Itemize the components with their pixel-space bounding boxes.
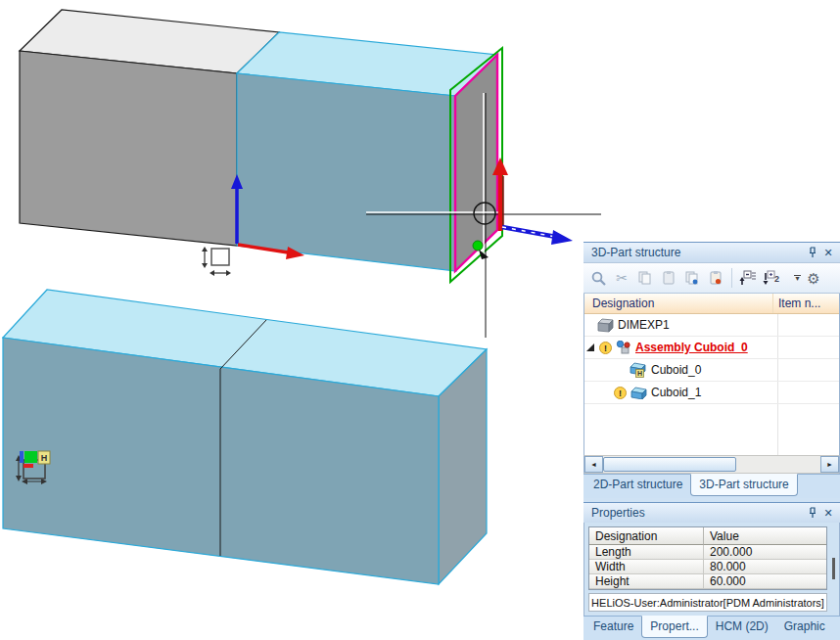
- copy-icon[interactable]: [634, 266, 656, 290]
- properties-scrollbar-thumb[interactable]: [832, 558, 835, 579]
- helios-user-status: HELiOS-User:Administrator[PDM Administra…: [588, 593, 827, 612]
- svg-text:!: !: [604, 343, 607, 353]
- tree-header[interactable]: Designation Item n...: [584, 294, 839, 314]
- property-row-width[interactable]: Width 80.000: [589, 560, 826, 574]
- property-value[interactable]: 60.000: [704, 574, 826, 589]
- close-icon[interactable]: ✕: [820, 506, 836, 520]
- cuboid-icon: [630, 387, 647, 399]
- tab-feature[interactable]: Feature: [585, 617, 641, 637]
- item-number-cell: [777, 382, 839, 403]
- expanded-triangle-icon[interactable]: [586, 343, 595, 352]
- tree-row-cuboid-1[interactable]: ! Cuboid_1: [584, 382, 839, 404]
- toolbar-separator: [731, 268, 732, 288]
- property-name: Height: [589, 574, 704, 589]
- property-value[interactable]: 80.000: [704, 560, 826, 574]
- right-dock: 3D-Part structure ✕ ✂: [583, 242, 840, 640]
- part-structure-panel: 3D-Part structure ✕ ✂: [583, 242, 840, 498]
- value-column-header[interactable]: Value: [704, 527, 826, 545]
- tree-item-label: Cuboid_1: [651, 386, 701, 399]
- part-structure-toolbar: ✂ 2 ▾: [583, 262, 840, 294]
- part-icon: [597, 318, 614, 333]
- item-number-column-header[interactable]: Item n...: [772, 294, 839, 313]
- expand-level-icon[interactable]: 2: [761, 266, 782, 290]
- collapse-structure-icon[interactable]: [737, 266, 759, 290]
- bottom-assembly[interactable]: H: [3, 290, 487, 584]
- assembly-icon: [616, 341, 631, 354]
- tab-properties[interactable]: Propert...: [641, 616, 707, 638]
- tab-2d-part-structure[interactable]: 2D-Part structure: [585, 475, 690, 495]
- origin-point: [473, 241, 483, 251]
- panel-title: 3D-Part structure: [591, 246, 680, 259]
- left-cuboid-front-face[interactable]: [20, 51, 237, 246]
- tab-3d-part-structure[interactable]: 3D-Part structure: [690, 474, 797, 496]
- properties-header[interactable]: Designation Value: [589, 527, 826, 545]
- tab-graphic[interactable]: Graphic: [776, 617, 833, 637]
- item-number-cell: [777, 359, 839, 381]
- property-name: Length: [589, 545, 704, 560]
- cuboid-h-icon: H: [630, 362, 647, 378]
- hicad-window: H: [0, 0, 840, 640]
- tree-item-label: DIMEXP1: [618, 318, 670, 332]
- toolbar-overflow-icon[interactable]: ▾: [794, 275, 801, 282]
- part-structure-titlebar: 3D-Part structure ✕: [583, 242, 840, 262]
- right-cuboid-front-face[interactable]: [237, 73, 456, 271]
- tree-empty-area: [584, 404, 839, 455]
- paste-icon[interactable]: [658, 266, 679, 290]
- properties-titlebar: Properties ✕: [583, 502, 840, 523]
- designation-column-header[interactable]: Designation: [589, 527, 704, 545]
- tree-item-label: Assembly Cuboid_0: [635, 341, 748, 354]
- svg-text:2: 2: [774, 274, 779, 284]
- property-value[interactable]: 200.000: [704, 545, 826, 560]
- search-icon[interactable]: [587, 266, 609, 290]
- pin-icon[interactable]: [805, 246, 820, 259]
- property-name: Width: [589, 560, 704, 574]
- svg-text:!: !: [619, 389, 622, 398]
- paste-contents-icon[interactable]: [705, 266, 726, 290]
- tree-item-label: Cuboid_0: [651, 363, 701, 377]
- tab-hcm[interactable]: HCM: [833, 617, 840, 637]
- properties-body: Designation Value Length 200.000 Width 8…: [583, 523, 840, 616]
- face-normal-axis-arrow: [551, 230, 573, 245]
- pin-icon[interactable]: [805, 506, 820, 520]
- property-row-height[interactable]: Height 60.000: [589, 574, 826, 589]
- tree-row-cuboid-0[interactable]: H Cuboid_0: [584, 359, 839, 382]
- top-assembly[interactable]: [20, 10, 502, 282]
- scrollbar-thumb[interactable]: [603, 457, 736, 472]
- sketch-plane-icon: [202, 247, 231, 276]
- scroll-left-button[interactable]: ◄: [584, 456, 603, 473]
- warning-icon: !: [614, 387, 627, 399]
- property-row-length[interactable]: Length 200.000: [589, 545, 826, 560]
- scroll-right-button[interactable]: ►: [820, 456, 839, 473]
- tree-row-assembly-cuboid-0[interactable]: ! Assembly Cuboid_0: [584, 337, 839, 359]
- item-number-cell: [777, 337, 839, 358]
- warning-icon: !: [599, 342, 612, 354]
- part-structure-tabbar: 2D-Part structure 3D-Part structure: [583, 474, 840, 498]
- tab-hcm-2d[interactable]: HCM (2D): [708, 617, 776, 637]
- properties-panel: Properties ✕ Designation Value Length 20…: [583, 502, 840, 640]
- tree-row-dimexp1[interactable]: DIMEXP1: [584, 314, 839, 337]
- tree-horizontal-scrollbar[interactable]: ◄ ►: [583, 455, 840, 474]
- close-icon[interactable]: ✕: [820, 246, 836, 259]
- item-number-cell: [777, 314, 839, 336]
- properties-table: Designation Value Length 200.000 Width 8…: [588, 526, 827, 590]
- cut-icon[interactable]: ✂: [611, 266, 632, 290]
- svg-text:H: H: [637, 370, 642, 377]
- panel-title: Properties: [591, 506, 645, 520]
- designation-column-header[interactable]: Designation: [584, 294, 772, 313]
- copy-contents-icon[interactable]: [681, 266, 703, 290]
- part-structure-tree: Designation Item n... DIMEXP1: [583, 294, 840, 455]
- settings-gear-icon[interactable]: ⚙: [803, 266, 824, 290]
- svg-text:H: H: [41, 453, 48, 463]
- properties-tabbar: Feature Propert... HCM (2D) Graphic HCM: [583, 616, 840, 640]
